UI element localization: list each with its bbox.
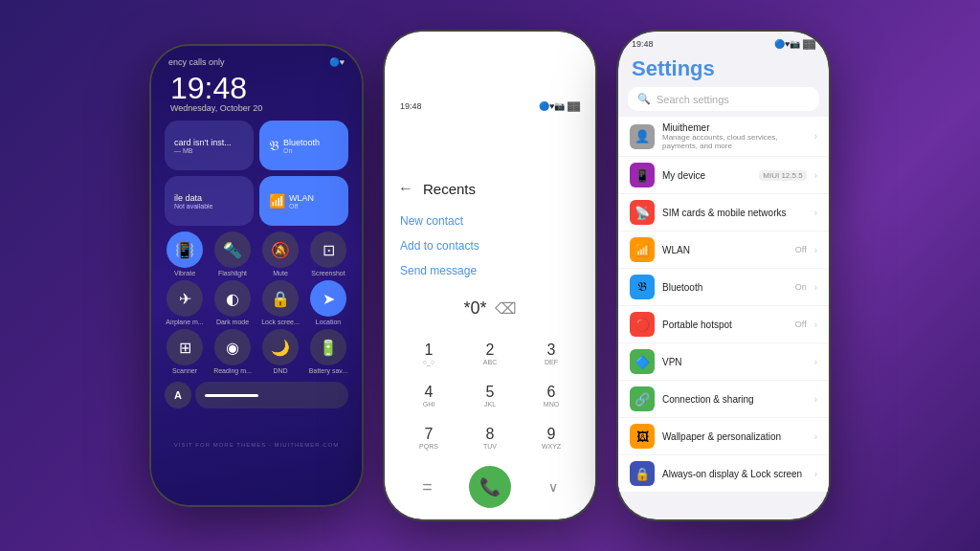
flashlight-item[interactable]: 🔦 Flashlight [211, 231, 255, 276]
mydevice-content: My device [662, 170, 751, 181]
aod-icon: 🔒 [630, 461, 655, 486]
bluetooth-settings-content: Bluetooth [662, 282, 788, 293]
key-9[interactable]: 9WXYZ [523, 418, 580, 456]
settings-screen: 19:48 🔵♥📷 ▓▓ Settings 🔍 Search settings … [618, 32, 829, 519]
mydevice-name: My device [662, 170, 751, 181]
settings-list: 👤 Miuithemer Manage accounts, cloud serv… [618, 117, 829, 519]
miuithemer-sub: Manage accounts, cloud services, payment… [662, 133, 807, 150]
back-button[interactable]: ← [398, 180, 413, 197]
phone-settings: 19:48 🔵♥📷 ▓▓ Settings 🔍 Search settings … [618, 32, 829, 519]
call-button[interactable]: 📞 [469, 466, 511, 508]
mute-item[interactable]: 🔕 Mute [258, 231, 302, 276]
settings-item-connection[interactable]: 🔗 Connection & sharing › [618, 381, 829, 417]
location-label: Location [316, 319, 341, 325]
dialer-header: ← Recents [385, 176, 595, 205]
settings-item-hotspot[interactable]: 🔴 Portable hotspot Off › [618, 306, 829, 342]
vibrate-item[interactable]: 📳 Vibrate [163, 231, 207, 276]
hotspot-icon: 🔴 [630, 312, 655, 337]
settings-item-vpn[interactable]: 🔷 VPN › [618, 343, 829, 380]
settings-item-aod[interactable]: 🔒 Always-on display & Lock screen › [618, 455, 829, 492]
airplane-label: Airplane m... [166, 319, 203, 325]
add-to-contacts-link[interactable]: Add to contacts [400, 233, 580, 258]
wallpaper-arrow: › [814, 431, 817, 442]
key-8[interactable]: 8TUV [461, 418, 519, 456]
key-6[interactable]: 6MNO [523, 376, 580, 414]
simcards-content: SIM cards & mobile networks [662, 208, 807, 218]
bottom-bar: A [159, 378, 354, 412]
dnd-item[interactable]: 🌙 DND [258, 329, 302, 374]
quick-tiles-grid: card isn't inst... — MB 𝔅 Bluetooth On i… [159, 121, 354, 226]
mobile-data-tile[interactable]: card isn't inst... — MB [165, 121, 254, 170]
settings-item-wlan[interactable]: 📶 WLAN Off › [618, 231, 829, 268]
new-contact-link[interactable]: New contact [400, 209, 580, 233]
darkmode-label: Dark mode [216, 319, 249, 325]
miuithemer-name: Miuithemer [662, 122, 807, 133]
aod-arrow: › [814, 469, 817, 479]
key-7[interactable]: 7PQRS [400, 418, 457, 456]
reading-label: Reading m... [213, 367, 252, 374]
reading-icon: ◉ [214, 329, 251, 365]
aod-content: Always-on display & Lock screen [662, 469, 807, 479]
bluetooth-tile[interactable]: 𝔅 Bluetooth On [259, 121, 348, 170]
settings-item-miuithemer[interactable]: 👤 Miuithemer Manage accounts, cloud serv… [618, 117, 829, 156]
brightness-track [205, 394, 258, 397]
battery-saver-item[interactable]: 🔋 Battery sav... [306, 329, 350, 374]
dnd-icon: 🌙 [262, 329, 299, 365]
reading-item[interactable]: ◉ Reading m... [211, 329, 255, 374]
wlan-settings-name: WLAN [662, 245, 788, 255]
darkmode-item[interactable]: ◐ Dark mode [211, 280, 255, 325]
key-3[interactable]: 3DEF [523, 334, 580, 372]
settings-item-bluetooth[interactable]: 𝔅 Bluetooth On › [618, 269, 829, 305]
screenshot-icon: ⊡ [310, 231, 346, 268]
screenshot-item[interactable]: ⊡ Screenshot [306, 231, 350, 276]
vpn-arrow: › [814, 357, 817, 367]
wlan-icon: 📶 [269, 193, 285, 209]
text-mode-button[interactable]: A [165, 382, 191, 408]
mobile-data-sub: — MB [174, 147, 244, 154]
key-2[interactable]: 2ABC [461, 334, 519, 372]
icon-grid-row1: 📳 Vibrate 🔦 Flashlight 🔕 Mute ⊡ Screensh… [159, 231, 354, 276]
mute-label: Mute [273, 270, 288, 276]
equals-symbol: = [422, 477, 433, 497]
location-item[interactable]: ➤ Location [306, 280, 350, 325]
mydevice-icon: 📱 [630, 163, 655, 187]
connection-arrow: › [814, 394, 817, 405]
lockscreen-item[interactable]: 🔒 Lock scree... [258, 280, 302, 325]
scanner-label: Scanner [172, 367, 197, 374]
expand-arrow[interactable]: ∨ [548, 479, 558, 495]
airplane-item[interactable]: ✈ Airplane m... [163, 280, 207, 325]
bluetooth-label: Bluetooth [283, 138, 320, 147]
settings-item-wallpaper[interactable]: 🖼 Wallpaper & personalization › [618, 418, 829, 454]
clock-display: 19:48 [170, 73, 343, 103]
key-4[interactable]: 4GHI [400, 376, 457, 414]
flashlight-icon: 🔦 [214, 231, 251, 268]
key-5[interactable]: 5JKL [461, 376, 519, 414]
hotspot-value: Off [795, 320, 807, 329]
settings-item-mydevice[interactable]: 📱 My device MIUI 12.5.5 › [618, 157, 829, 193]
scanner-item[interactable]: ⊞ Scanner [163, 329, 207, 374]
vpn-content: VPN [662, 357, 807, 367]
wlan-tile[interactable]: 📶 WLAN Off [259, 176, 348, 226]
hotspot-name: Portable hotspot [662, 320, 788, 330]
airplane-icon: ✈ [167, 280, 203, 317]
key-1[interactable]: 1○_○ [400, 334, 457, 372]
lockscreen-icon: 🔒 [262, 280, 299, 317]
send-message-link[interactable]: Send message [400, 258, 580, 283]
icon-grid-row3: ⊞ Scanner ◉ Reading m... 🌙 DND 🔋 Battery… [159, 329, 354, 374]
battery-saver-label: Battery sav... [309, 367, 347, 374]
settings-search-bar[interactable]: 🔍 Search settings [628, 87, 819, 111]
cellular-tile[interactable]: ile data Not available [165, 176, 254, 226]
search-icon: 🔍 [637, 93, 651, 105]
bluetooth-settings-icon: 𝔅 [630, 275, 655, 299]
phone-dialer: 19:48 🔵♥📷 ▓▓ ← Recents New contact Add t… [385, 32, 595, 519]
brightness-slider[interactable] [195, 382, 348, 408]
settings-item-simcards[interactable]: 📡 SIM cards & mobile networks › [618, 194, 829, 231]
simcards-arrow: › [814, 208, 817, 218]
dialer-screen: 19:48 🔵♥📷 ▓▓ ← Recents New contact Add t… [385, 32, 595, 519]
backspace-button[interactable]: ⌫ [495, 299, 517, 318]
status-bar-2: 19:48 🔵♥📷 ▓▓ [385, 32, 595, 176]
wlan-settings-icon: 📶 [630, 237, 655, 262]
location-icon: ➤ [310, 280, 346, 317]
status-bar-1: ency calls only 🔵♥ [159, 55, 354, 69]
search-placeholder: Search settings [657, 94, 729, 105]
